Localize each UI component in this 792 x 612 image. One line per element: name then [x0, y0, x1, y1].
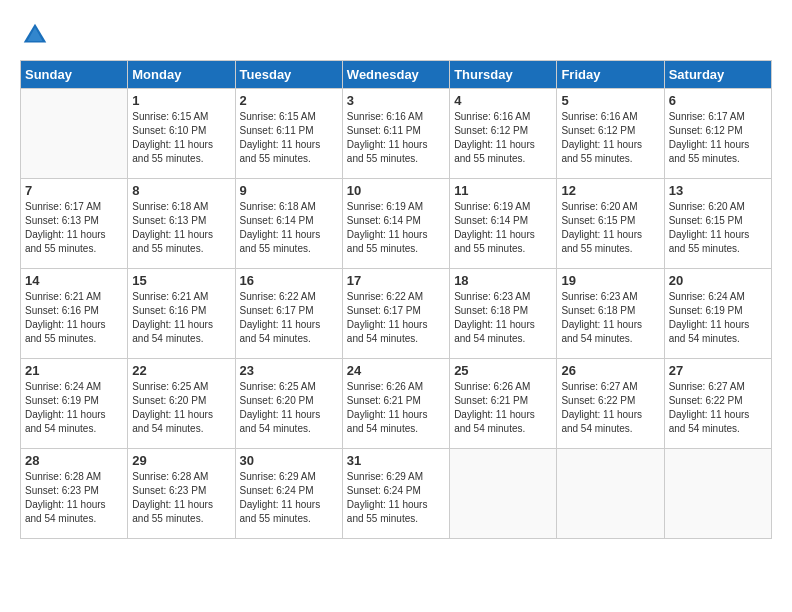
calendar-cell: 8Sunrise: 6:18 AMSunset: 6:13 PMDaylight…	[128, 179, 235, 269]
calendar-cell: 29Sunrise: 6:28 AMSunset: 6:23 PMDayligh…	[128, 449, 235, 539]
day-info: Sunrise: 6:25 AMSunset: 6:20 PMDaylight:…	[132, 380, 230, 436]
calendar-header-monday: Monday	[128, 61, 235, 89]
calendar-cell	[21, 89, 128, 179]
calendar-week-row: 1Sunrise: 6:15 AMSunset: 6:10 PMDaylight…	[21, 89, 772, 179]
day-number: 29	[132, 453, 230, 468]
calendar-cell: 9Sunrise: 6:18 AMSunset: 6:14 PMDaylight…	[235, 179, 342, 269]
calendar-cell: 26Sunrise: 6:27 AMSunset: 6:22 PMDayligh…	[557, 359, 664, 449]
calendar-cell: 18Sunrise: 6:23 AMSunset: 6:18 PMDayligh…	[450, 269, 557, 359]
calendar-header-tuesday: Tuesday	[235, 61, 342, 89]
day-info: Sunrise: 6:26 AMSunset: 6:21 PMDaylight:…	[454, 380, 552, 436]
day-number: 13	[669, 183, 767, 198]
day-info: Sunrise: 6:20 AMSunset: 6:15 PMDaylight:…	[561, 200, 659, 256]
calendar-cell: 16Sunrise: 6:22 AMSunset: 6:17 PMDayligh…	[235, 269, 342, 359]
day-info: Sunrise: 6:24 AMSunset: 6:19 PMDaylight:…	[25, 380, 123, 436]
day-number: 19	[561, 273, 659, 288]
day-number: 3	[347, 93, 445, 108]
day-info: Sunrise: 6:23 AMSunset: 6:18 PMDaylight:…	[454, 290, 552, 346]
day-number: 24	[347, 363, 445, 378]
day-number: 21	[25, 363, 123, 378]
day-number: 1	[132, 93, 230, 108]
day-number: 2	[240, 93, 338, 108]
day-info: Sunrise: 6:17 AMSunset: 6:12 PMDaylight:…	[669, 110, 767, 166]
calendar-cell: 12Sunrise: 6:20 AMSunset: 6:15 PMDayligh…	[557, 179, 664, 269]
calendar-cell: 15Sunrise: 6:21 AMSunset: 6:16 PMDayligh…	[128, 269, 235, 359]
day-info: Sunrise: 6:16 AMSunset: 6:12 PMDaylight:…	[561, 110, 659, 166]
day-number: 8	[132, 183, 230, 198]
day-number: 25	[454, 363, 552, 378]
day-number: 31	[347, 453, 445, 468]
day-info: Sunrise: 6:28 AMSunset: 6:23 PMDaylight:…	[132, 470, 230, 526]
calendar-table: SundayMondayTuesdayWednesdayThursdayFrid…	[20, 60, 772, 539]
day-info: Sunrise: 6:21 AMSunset: 6:16 PMDaylight:…	[25, 290, 123, 346]
calendar-cell: 13Sunrise: 6:20 AMSunset: 6:15 PMDayligh…	[664, 179, 771, 269]
calendar-cell: 25Sunrise: 6:26 AMSunset: 6:21 PMDayligh…	[450, 359, 557, 449]
calendar-header-thursday: Thursday	[450, 61, 557, 89]
calendar-cell: 22Sunrise: 6:25 AMSunset: 6:20 PMDayligh…	[128, 359, 235, 449]
day-number: 6	[669, 93, 767, 108]
logo	[20, 20, 54, 50]
day-number: 14	[25, 273, 123, 288]
calendar-cell: 21Sunrise: 6:24 AMSunset: 6:19 PMDayligh…	[21, 359, 128, 449]
calendar-cell: 2Sunrise: 6:15 AMSunset: 6:11 PMDaylight…	[235, 89, 342, 179]
day-number: 23	[240, 363, 338, 378]
day-info: Sunrise: 6:19 AMSunset: 6:14 PMDaylight:…	[347, 200, 445, 256]
day-info: Sunrise: 6:27 AMSunset: 6:22 PMDaylight:…	[561, 380, 659, 436]
day-number: 30	[240, 453, 338, 468]
calendar-cell: 30Sunrise: 6:29 AMSunset: 6:24 PMDayligh…	[235, 449, 342, 539]
day-info: Sunrise: 6:18 AMSunset: 6:14 PMDaylight:…	[240, 200, 338, 256]
day-info: Sunrise: 6:18 AMSunset: 6:13 PMDaylight:…	[132, 200, 230, 256]
day-number: 18	[454, 273, 552, 288]
calendar-week-row: 28Sunrise: 6:28 AMSunset: 6:23 PMDayligh…	[21, 449, 772, 539]
day-info: Sunrise: 6:28 AMSunset: 6:23 PMDaylight:…	[25, 470, 123, 526]
day-number: 22	[132, 363, 230, 378]
day-number: 4	[454, 93, 552, 108]
calendar-cell	[664, 449, 771, 539]
calendar-cell: 11Sunrise: 6:19 AMSunset: 6:14 PMDayligh…	[450, 179, 557, 269]
day-number: 12	[561, 183, 659, 198]
calendar-cell: 6Sunrise: 6:17 AMSunset: 6:12 PMDaylight…	[664, 89, 771, 179]
calendar-header-row: SundayMondayTuesdayWednesdayThursdayFrid…	[21, 61, 772, 89]
day-number: 28	[25, 453, 123, 468]
day-info: Sunrise: 6:26 AMSunset: 6:21 PMDaylight:…	[347, 380, 445, 436]
calendar-cell: 4Sunrise: 6:16 AMSunset: 6:12 PMDaylight…	[450, 89, 557, 179]
calendar-cell: 5Sunrise: 6:16 AMSunset: 6:12 PMDaylight…	[557, 89, 664, 179]
day-info: Sunrise: 6:25 AMSunset: 6:20 PMDaylight:…	[240, 380, 338, 436]
day-number: 15	[132, 273, 230, 288]
day-info: Sunrise: 6:29 AMSunset: 6:24 PMDaylight:…	[240, 470, 338, 526]
calendar-cell: 17Sunrise: 6:22 AMSunset: 6:17 PMDayligh…	[342, 269, 449, 359]
day-number: 16	[240, 273, 338, 288]
calendar-week-row: 7Sunrise: 6:17 AMSunset: 6:13 PMDaylight…	[21, 179, 772, 269]
calendar-cell: 28Sunrise: 6:28 AMSunset: 6:23 PMDayligh…	[21, 449, 128, 539]
page-header	[20, 20, 772, 50]
calendar-cell: 7Sunrise: 6:17 AMSunset: 6:13 PMDaylight…	[21, 179, 128, 269]
day-number: 5	[561, 93, 659, 108]
day-info: Sunrise: 6:20 AMSunset: 6:15 PMDaylight:…	[669, 200, 767, 256]
day-number: 17	[347, 273, 445, 288]
calendar-cell: 1Sunrise: 6:15 AMSunset: 6:10 PMDaylight…	[128, 89, 235, 179]
calendar-cell: 3Sunrise: 6:16 AMSunset: 6:11 PMDaylight…	[342, 89, 449, 179]
calendar-header-friday: Friday	[557, 61, 664, 89]
day-info: Sunrise: 6:21 AMSunset: 6:16 PMDaylight:…	[132, 290, 230, 346]
day-info: Sunrise: 6:24 AMSunset: 6:19 PMDaylight:…	[669, 290, 767, 346]
calendar-cell: 19Sunrise: 6:23 AMSunset: 6:18 PMDayligh…	[557, 269, 664, 359]
calendar-cell: 31Sunrise: 6:29 AMSunset: 6:24 PMDayligh…	[342, 449, 449, 539]
day-number: 11	[454, 183, 552, 198]
calendar-week-row: 21Sunrise: 6:24 AMSunset: 6:19 PMDayligh…	[21, 359, 772, 449]
day-info: Sunrise: 6:16 AMSunset: 6:11 PMDaylight:…	[347, 110, 445, 166]
day-info: Sunrise: 6:22 AMSunset: 6:17 PMDaylight:…	[347, 290, 445, 346]
day-info: Sunrise: 6:22 AMSunset: 6:17 PMDaylight:…	[240, 290, 338, 346]
calendar-cell	[450, 449, 557, 539]
calendar-header-wednesday: Wednesday	[342, 61, 449, 89]
calendar-cell: 10Sunrise: 6:19 AMSunset: 6:14 PMDayligh…	[342, 179, 449, 269]
day-info: Sunrise: 6:29 AMSunset: 6:24 PMDaylight:…	[347, 470, 445, 526]
calendar-cell	[557, 449, 664, 539]
calendar-cell: 23Sunrise: 6:25 AMSunset: 6:20 PMDayligh…	[235, 359, 342, 449]
calendar-header-sunday: Sunday	[21, 61, 128, 89]
calendar-cell: 20Sunrise: 6:24 AMSunset: 6:19 PMDayligh…	[664, 269, 771, 359]
day-number: 7	[25, 183, 123, 198]
day-number: 20	[669, 273, 767, 288]
calendar-header-saturday: Saturday	[664, 61, 771, 89]
day-info: Sunrise: 6:27 AMSunset: 6:22 PMDaylight:…	[669, 380, 767, 436]
day-number: 27	[669, 363, 767, 378]
